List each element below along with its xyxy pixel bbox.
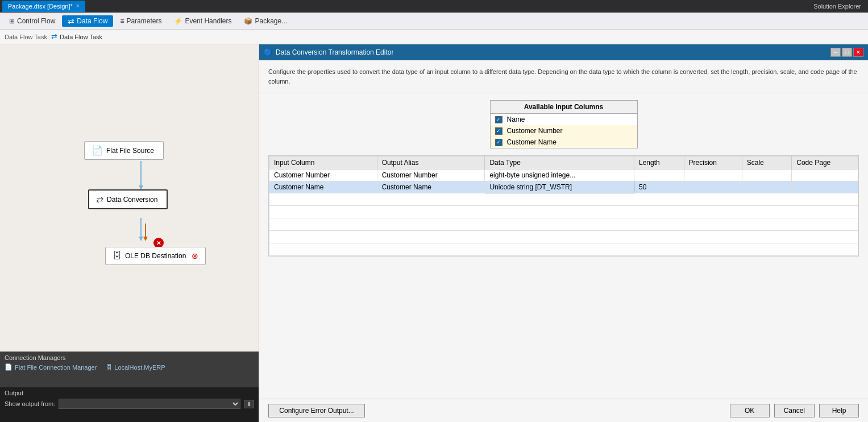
customer-number-col-label: Customer Number: [507, 127, 563, 135]
tab-package[interactable]: 📦 Package...: [238, 16, 293, 26]
help-btn[interactable]: Help: [819, 404, 859, 417]
data-flow-icon: ⇄: [68, 16, 74, 26]
dialog-footer: Configure Error Output... OK Cancel Help: [259, 399, 868, 422]
grid-row-empty-5: [269, 243, 858, 256]
package-tab[interactable]: Package.dtsx [Design]* ×: [2, 1, 85, 12]
row2-output-alias[interactable]: Customer Name: [377, 181, 485, 193]
col-header-code-page: Code Page: [792, 156, 858, 169]
flat-file-source-icon: 📄: [92, 145, 103, 156]
row2-precision[interactable]: [684, 181, 742, 193]
canvas-area: 📄 Flat File Source ⇄ Data Conversion ✕ 🗄…: [0, 44, 259, 351]
tab-parameters[interactable]: ≡ Parameters: [114, 16, 167, 26]
show-output-label: Show output from:: [5, 400, 55, 407]
conn-item-localhost[interactable]: 🗄 LocalHost.MyERP: [106, 364, 165, 371]
grid-row-empty-3: [269, 218, 858, 231]
dialog-title-icon: 🔵: [264, 48, 272, 56]
ok-btn[interactable]: OK: [730, 404, 770, 417]
tab-event-handlers[interactable]: ⚡ Event Handlers: [168, 16, 237, 26]
flat-file-source-label: Flat File Source: [106, 147, 154, 155]
row1-output-alias[interactable]: Customer Number: [377, 169, 485, 181]
df-task-icon: ⇄: [51, 32, 57, 41]
row2-scale[interactable]: [742, 181, 792, 193]
grid-row-empty-4: [269, 231, 858, 243]
toolbar: ⊞ Control Flow ⇄ Data Flow ≡ Parameters …: [0, 13, 868, 30]
col-header-length: Length: [634, 156, 684, 169]
cancel-btn[interactable]: Cancel: [774, 404, 815, 417]
dialog-minimize-btn[interactable]: ─: [830, 48, 841, 57]
grid-row-customer-number[interactable]: Customer Number Customer Number eight-by…: [269, 169, 858, 181]
node-data-conversion[interactable]: ⇄ Data Conversion: [88, 189, 168, 209]
customer-number-checkbox[interactable]: ✓: [495, 127, 502, 135]
localhost-conn-icon: 🗄: [106, 364, 112, 371]
dialog-body: Available Input Columns ✓ Name ✓ Custome…: [259, 93, 868, 399]
output-scroll-btn[interactable]: ⬇: [244, 400, 254, 408]
col-header-precision: Precision: [684, 156, 742, 169]
tab-data-flow[interactable]: ⇄ Data Flow: [62, 15, 113, 27]
configure-error-output-btn[interactable]: Configure Error Output...: [268, 404, 365, 417]
name-col-label: Name: [507, 115, 525, 123]
control-flow-icon: ⊞: [9, 17, 15, 25]
available-input-columns-box: Available Input Columns ✓ Name ✓ Custome…: [490, 100, 638, 148]
solution-explorer-label: Solution Explorer: [809, 3, 866, 10]
input-col-name[interactable]: ✓ Name: [491, 114, 637, 125]
node-flat-file-source[interactable]: 📄 Flat File Source: [84, 141, 164, 160]
row1-data-type[interactable]: eight-byte unsigned intege...: [485, 169, 634, 181]
package-tab-label: Package.dtsx [Design]*: [8, 3, 73, 10]
footer-left: Configure Error Output...: [268, 404, 365, 417]
data-conversion-icon: ⇄: [96, 194, 103, 205]
svg-marker-5: [143, 237, 148, 241]
row2-data-type[interactable]: Unicode string [DT_WSTR]: [485, 181, 634, 193]
row2-input-column: Customer Name: [269, 181, 377, 193]
dialog-close-btn[interactable]: ✕: [853, 48, 863, 57]
dialog-title-bar: 🔵 Data Conversion Transformation Editor …: [259, 44, 868, 60]
dialog-restore-btn[interactable]: □: [842, 48, 852, 57]
input-col-customer-number[interactable]: ✓ Customer Number: [491, 125, 637, 136]
tab-control-flow[interactable]: ⊞ Control Flow: [3, 16, 61, 26]
dialog-title: Data Conversion Transformation Editor: [276, 48, 393, 56]
conn-managers-title: Connection Managers: [5, 354, 254, 361]
available-input-columns-title: Available Input Columns: [491, 101, 637, 114]
dialog-description: Configure the properties used to convert…: [259, 60, 868, 93]
output-panel: Output Show output from: ⬇: [0, 387, 259, 422]
package-tab-close[interactable]: ×: [76, 3, 80, 9]
row1-scale[interactable]: [742, 169, 792, 181]
left-panel: 📄 Flat File Source ⇄ Data Conversion ✕ 🗄…: [0, 44, 259, 422]
ole-db-destination-icon: 🗄: [113, 251, 122, 261]
row1-code-page[interactable]: [792, 169, 858, 181]
df-task-label: Data Flow Task:: [5, 34, 49, 40]
output-title: Output: [5, 390, 254, 396]
row2-length[interactable]: 50: [634, 181, 684, 193]
event-handlers-icon: ⚡: [174, 17, 182, 25]
col-header-scale: Scale: [742, 156, 792, 169]
data-conversion-label: Data Conversion: [107, 196, 157, 204]
data-grid: Input Column Output Alias Data Type Leng…: [268, 155, 859, 256]
customer-name-checkbox[interactable]: ✓: [495, 139, 502, 146]
parameters-icon: ≡: [120, 17, 124, 25]
connection-managers-panel: Connection Managers 📄 Flat File Connecti…: [0, 351, 259, 387]
name-checkbox[interactable]: ✓: [495, 116, 502, 123]
footer-right: OK Cancel Help: [730, 404, 859, 417]
row1-input-column: Customer Number: [269, 169, 377, 181]
flat-file-conn-icon: 📄: [5, 363, 13, 371]
col-header-data-type: Data Type: [485, 156, 634, 169]
grid-row-customer-name[interactable]: Customer Name Customer Name Unicode stri…: [269, 181, 858, 193]
conn-item-flat-file[interactable]: 📄 Flat File Connection Manager: [5, 363, 97, 371]
node-ole-db-destination[interactable]: 🗄 OLE DB Destination ⊗: [105, 247, 206, 265]
grid-row-empty-2: [269, 206, 858, 218]
customer-name-col-label: Customer Name: [507, 138, 556, 146]
ole-db-destination-error-icon: ⊗: [192, 251, 198, 260]
input-col-customer-name[interactable]: ✓ Customer Name: [491, 136, 637, 148]
row1-length[interactable]: [634, 169, 684, 181]
dialog-panel: 🔵 Data Conversion Transformation Editor …: [259, 44, 868, 422]
output-from-select[interactable]: [59, 399, 240, 409]
package-icon: 📦: [244, 17, 252, 25]
col-header-output-alias: Output Alias: [377, 156, 485, 169]
ole-db-destination-label: OLE DB Destination: [125, 252, 186, 260]
row2-code-page[interactable]: [792, 181, 858, 193]
grid-table: Input Column Output Alias Data Type Leng…: [269, 156, 858, 256]
df-task-value: Data Flow Task: [60, 34, 102, 40]
grid-row-empty-1: [269, 193, 858, 206]
svg-marker-3: [139, 237, 143, 241]
col-header-input-column: Input Column: [269, 156, 377, 169]
row1-precision[interactable]: [684, 169, 742, 181]
